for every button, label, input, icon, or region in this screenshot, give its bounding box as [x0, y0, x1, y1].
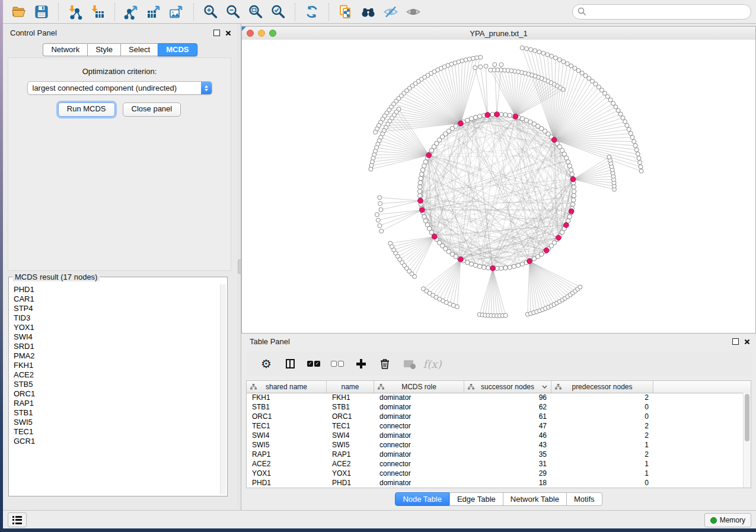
mcds-result-item[interactable]: SRD1	[14, 342, 220, 351]
mcds-result-item[interactable]: TID3	[14, 313, 220, 323]
vertical-splitter[interactable]	[237, 24, 241, 511]
table-row[interactable]: RAP1RAP1dominator352	[247, 450, 744, 459]
cell-name: ACE2	[327, 460, 374, 468]
import-table-from-file-button[interactable]	[87, 2, 109, 21]
search-box[interactable]	[572, 4, 751, 20]
zoom-fit-content-button[interactable]	[244, 2, 267, 21]
task-history-button[interactable]	[8, 512, 27, 527]
mcds-result-item[interactable]: TEC1	[14, 427, 220, 437]
mcds-result-item[interactable]: YOX1	[14, 323, 220, 332]
table-scrollbar[interactable]	[743, 393, 751, 488]
export-network-button[interactable]	[120, 2, 143, 21]
mcds-result-item[interactable]: ORC1	[14, 389, 220, 399]
control-panel-title: Control Panel	[10, 28, 57, 37]
network-titlebar[interactable]: YPA_prune.txt_1	[242, 27, 755, 40]
tab-network[interactable]: Network	[43, 43, 87, 56]
table-body: FKH1FKH1dominator962STB1STB1dominator620…	[247, 393, 744, 488]
table-row[interactable]: SWI4SWI4dominator462	[247, 431, 744, 440]
cell-predecessor-nodes: 2	[551, 393, 653, 402]
zoom-in-button[interactable]	[199, 2, 222, 21]
mcds-result-item[interactable]: STP4	[14, 304, 220, 313]
mcds-result-item[interactable]: PMA2	[14, 351, 220, 361]
table-row[interactable]: PHD1PHD1dominator180	[247, 478, 744, 488]
save-session-button[interactable]	[30, 2, 53, 21]
table-row[interactable]: YOX1YOX1connector291	[247, 469, 744, 478]
tab-mcds[interactable]: MCDS	[158, 43, 197, 56]
open-file-button[interactable]	[8, 2, 30, 21]
float-panel-icon[interactable]	[213, 30, 220, 36]
tab-select[interactable]: Select	[120, 43, 158, 56]
deselect-all-rows-button[interactable]	[326, 354, 349, 374]
tab-network-table[interactable]: Network Table	[503, 492, 566, 506]
memory-button[interactable]: Memory	[704, 513, 751, 527]
list-icon	[12, 516, 22, 524]
mcds-result-item[interactable]: ACE2	[14, 370, 220, 380]
table-row[interactable]: TEC1TEC1connector472	[247, 421, 744, 431]
column-header-MCDS-role[interactable]: MCDS role	[374, 381, 464, 393]
mcds-result-item[interactable]: STB1	[14, 408, 220, 418]
column-layout-button[interactable]	[278, 354, 302, 374]
settings-gear-button[interactable]: ⚙	[254, 354, 278, 374]
cell-shared-name: YOX1	[247, 469, 327, 477]
show-graphics-details-button[interactable]	[402, 2, 425, 21]
mcds-result-item[interactable]: CAR1	[14, 294, 220, 304]
float-table-panel-icon[interactable]	[732, 338, 739, 345]
network-graph[interactable]	[242, 40, 755, 333]
close-panel-button[interactable]: Close panel	[123, 102, 181, 117]
toolbar-separator	[193, 3, 194, 21]
mcds-result-item[interactable]: FKH1	[14, 361, 220, 370]
table-row[interactable]: ACE2ACE2connector311	[247, 459, 744, 469]
mcds-result-list: PHD1CAR1STP4TID3YOX1SWI4SRD1PMA2FKH1ACE2…	[9, 285, 220, 495]
mcds-result-item[interactable]: SWI5	[14, 418, 220, 427]
tab-motifs[interactable]: Motifs	[566, 492, 602, 506]
zoom-out-button[interactable]	[222, 2, 244, 21]
column-header-successor-nodes[interactable]: successor nodes	[464, 381, 551, 393]
zoom-selected-region-button[interactable]	[267, 2, 289, 21]
search-input[interactable]	[590, 7, 746, 17]
delete-table-button[interactable]	[397, 354, 420, 374]
delete-row-button[interactable]	[373, 354, 397, 374]
cell-shared-name: PHD1	[247, 479, 327, 487]
run-mcds-button[interactable]: Run MCDS	[58, 102, 115, 117]
find-button[interactable]	[357, 2, 379, 21]
mcds-result-item[interactable]: GCR1	[14, 437, 220, 446]
mcds-result-item[interactable]: RAP1	[14, 399, 220, 408]
tab-node-table[interactable]: Node Table	[395, 492, 449, 506]
export-network-icon	[124, 4, 139, 20]
table-row[interactable]: FKH1FKH1dominator962	[247, 393, 744, 402]
select-all-icon: ✓✓	[307, 361, 320, 367]
hide-graphics-details-button[interactable]	[379, 2, 402, 21]
import-table-from-file-icon	[90, 4, 106, 20]
criterion-dropdown[interactable]: largest connected component (undirected)	[27, 81, 212, 95]
network-canvas[interactable]	[242, 40, 755, 333]
cell-name: SWI5	[327, 441, 374, 449]
cell-successor-nodes: 96	[464, 393, 551, 402]
export-image-button[interactable]	[165, 2, 188, 21]
tab-style[interactable]: Style	[87, 43, 120, 56]
function-builder-button[interactable]: f(x)	[420, 354, 444, 374]
fx-icon: f(x)	[423, 358, 442, 370]
scrollbar-thumb[interactable]	[745, 394, 749, 441]
table-row[interactable]: SWI5SWI5connector431	[247, 440, 744, 450]
import-network-from-file-button[interactable]	[64, 2, 87, 21]
open-file-icon	[11, 4, 27, 20]
column-header-predecessor-nodes[interactable]: predecessor nodes	[551, 381, 653, 393]
refresh-view-button[interactable]	[301, 2, 323, 21]
header-filler	[653, 381, 751, 393]
mcds-result-item[interactable]: SWI4	[14, 332, 220, 342]
tab-edge-table[interactable]: Edge Table	[449, 492, 503, 506]
close-panel-icon[interactable]	[225, 30, 231, 36]
table-row[interactable]: ORC1ORC1dominator610	[247, 412, 744, 421]
table-row[interactable]: STB1STB1dominator620	[247, 402, 744, 412]
mcds-result-item[interactable]: STB5	[14, 380, 220, 389]
export-table-button[interactable]	[143, 2, 165, 21]
mcds-result-item[interactable]: PHD1	[14, 285, 220, 294]
mcds-result-scrollbar[interactable]	[220, 284, 226, 495]
column-header-shared-name[interactable]: shared name	[247, 381, 327, 393]
select-all-rows-button[interactable]: ✓✓	[302, 354, 326, 374]
new-network-from-selection-button[interactable]	[334, 2, 357, 21]
column-header-name[interactable]: name	[327, 381, 374, 393]
find-icon	[361, 4, 376, 20]
add-row-button[interactable]	[349, 354, 373, 374]
close-table-panel-icon[interactable]	[744, 339, 750, 345]
